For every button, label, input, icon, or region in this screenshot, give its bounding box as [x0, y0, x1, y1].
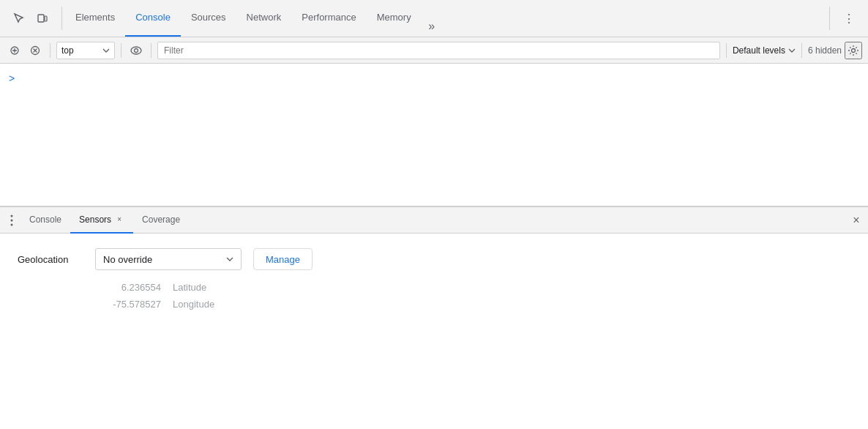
more-options-button[interactable]: ⋮ — [839, 8, 859, 29]
default-levels-button[interactable]: Default levels — [733, 42, 796, 59]
latitude-label: Latitude — [173, 282, 206, 293]
tab-network[interactable]: Network — [236, 0, 292, 37]
svg-point-9 — [11, 223, 13, 225]
longitude-row: -75.578527 Longitude — [95, 299, 850, 310]
svg-point-5 — [135, 48, 138, 52]
sensors-panel-content: Geolocation No override Manage 6.236554 … — [0, 234, 868, 324]
console-prompt[interactable]: > — [9, 72, 15, 84]
create-live-expression-button[interactable] — [6, 42, 23, 59]
second-toolbar: top Default levels 6 hidden — [0, 37, 868, 64]
svg-rect-0 — [38, 15, 44, 22]
svg-point-6 — [852, 48, 856, 52]
bottom-tab-console-label: Console — [29, 214, 61, 225]
chevron-down-icon — [102, 48, 110, 53]
svg-point-8 — [11, 219, 13, 221]
more-tabs-button[interactable]: » — [422, 16, 442, 37]
bottom-panel: Console Sensors × Coverage × Geolocation… — [0, 206, 868, 324]
device-icon-button[interactable] — [32, 8, 53, 29]
latitude-row: 6.236554 Latitude — [95, 282, 850, 293]
close-sensors-tab-button[interactable]: × — [114, 214, 124, 225]
svg-point-7 — [11, 214, 13, 217]
top-right-icons: ⋮ — [833, 8, 865, 29]
coordinates-area: 6.236554 Latitude -75.578527 Longitude — [95, 282, 850, 310]
filter-input[interactable] — [157, 42, 720, 59]
close-bottom-panel-button[interactable]: × — [848, 212, 865, 229]
divider-7 — [801, 43, 802, 58]
cursor-icon-button[interactable] — [9, 8, 29, 29]
geolocation-chevron-icon — [226, 257, 233, 261]
hidden-count-label: 6 hidden — [808, 45, 842, 56]
bottom-tabs-bar: Console Sensors × Coverage × — [0, 207, 868, 234]
levels-chevron-icon — [788, 48, 796, 53]
tab-sources[interactable]: Sources — [181, 0, 236, 37]
geolocation-label: Geolocation — [18, 254, 83, 265]
tab-memory[interactable]: Memory — [367, 0, 422, 37]
tab-elements[interactable]: Elements — [65, 0, 125, 37]
bottom-tab-sensors-label: Sensors — [79, 214, 111, 225]
eye-icon — [130, 46, 142, 55]
geolocation-value: No override — [103, 254, 220, 265]
latitude-value: 6.236554 — [95, 282, 161, 293]
default-levels-label: Default levels — [733, 45, 785, 56]
tab-performance[interactable]: Performance — [291, 0, 366, 37]
console-area: > — [0, 64, 868, 206]
console-settings-button[interactable] — [845, 42, 862, 59]
frame-selector[interactable]: top — [56, 42, 115, 59]
svg-point-4 — [131, 47, 141, 54]
divider-6 — [726, 43, 727, 58]
geolocation-row: Geolocation No override Manage — [18, 248, 850, 270]
toolbar-left-icons — [3, 8, 59, 29]
frame-selector-label: top — [61, 45, 100, 56]
geolocation-select[interactable]: No override — [95, 248, 242, 270]
bottom-drawer-dots[interactable] — [3, 212, 20, 229]
main-nav-tabs: Elements Console Sources Network Perform… — [65, 0, 826, 37]
top-toolbar: Elements Console Sources Network Perform… — [0, 0, 868, 37]
bottom-tab-sensors[interactable]: Sensors × — [70, 207, 133, 234]
eye-icon-button[interactable] — [127, 42, 145, 59]
manage-button[interactable]: Manage — [253, 248, 313, 270]
divider-3 — [50, 43, 50, 58]
longitude-value: -75.578527 — [95, 299, 161, 310]
svg-rect-1 — [45, 16, 47, 21]
divider-4 — [121, 43, 121, 58]
tab-console[interactable]: Console — [125, 0, 181, 37]
divider-2 — [829, 7, 830, 30]
divider-5 — [151, 43, 151, 58]
gear-icon — [848, 45, 859, 56]
clear-console-button[interactable] — [26, 42, 44, 59]
bottom-tab-coverage[interactable]: Coverage — [133, 207, 189, 234]
bottom-tab-coverage-label: Coverage — [142, 214, 180, 225]
bottom-tab-console[interactable]: Console — [20, 207, 70, 234]
divider-1 — [61, 7, 62, 30]
longitude-label: Longitude — [173, 299, 214, 310]
